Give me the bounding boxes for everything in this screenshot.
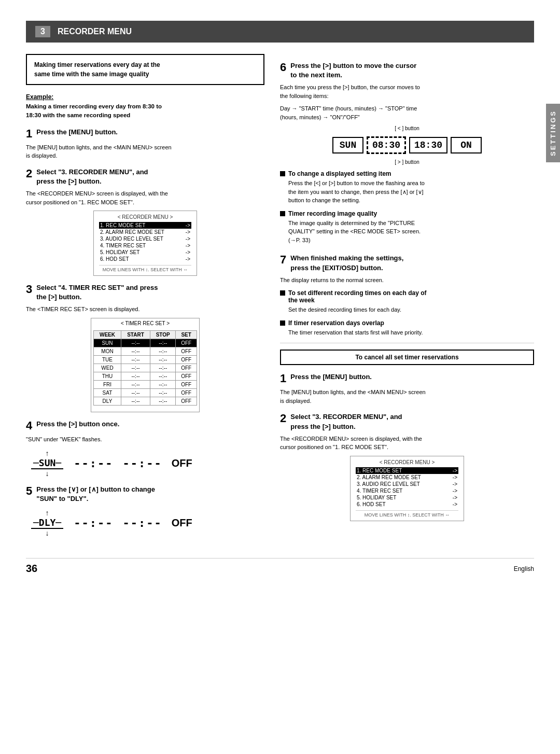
section1-sq <box>280 171 285 176</box>
menu2-item-6: 6. HOD SET-> <box>356 501 458 508</box>
display-time2: 18:30 <box>409 137 447 153</box>
timer-row-dly: DLY--:----:--OFF <box>94 397 197 405</box>
timer-row-sun: SUN--:----:--OFF <box>94 339 197 347</box>
timer-table-wrap: < TIMER REC SET > WEEK START STOP SET SU… <box>91 318 200 412</box>
step5-heading: 5 Press the [∨] or [∧] button to change"… <box>26 485 264 504</box>
section3-marker: To set different recording times on each… <box>280 289 534 314</box>
section1-title: To change a displayed setting item <box>288 170 425 177</box>
display-sun: SUN <box>332 137 363 153</box>
menu1-item-3: 3. AUDIO REC LEVEL SET-> <box>99 235 191 242</box>
display-dash2: --:-- <box>122 457 162 470</box>
section4-title: If timer reservation days overlap <box>288 319 423 327</box>
step6-display-area: [ < ] button SUN 08:30 18:30 ON [ > ] bu… <box>280 125 534 165</box>
display-dash4: --:-- <box>122 516 162 529</box>
menu1-item-4: 4. TIMER REC SET-> <box>99 242 191 249</box>
dly-arrows: ↑ ─DLY─ ↓ <box>31 509 63 537</box>
section3-body: Set the desired recording times for each… <box>288 305 427 314</box>
display-on: ON <box>451 137 482 153</box>
highlight-line1: Making timer reservations every day at t… <box>34 61 160 68</box>
menu2-item-1: 1. REC MODE SET-> <box>356 467 458 474</box>
display-dash3: --:-- <box>74 516 113 529</box>
menu2-footer: MOVE LINES WITH ↕. SELECT WITH ↔ <box>356 510 458 518</box>
section3-title: To set different recording times on each… <box>288 289 427 304</box>
example-block: Example: Making a timer recording every … <box>26 93 264 120</box>
step2-body: The <RECORDER MENU> screen is displayed,… <box>26 189 264 206</box>
timer-table: WEEK START STOP SET SUN--:----:--OFF MON… <box>93 330 197 406</box>
step7-heading: 7 When finished making the settings,pres… <box>280 254 534 272</box>
section4-sq <box>280 320 285 326</box>
step6-body2: Day → "START" time (hours, minutes) → "S… <box>280 104 534 121</box>
section1-body: Press the [<] or [>] button to move the … <box>288 179 425 205</box>
step2b-num: 2 <box>280 412 286 425</box>
timer-table-header: WEEK START STOP SET <box>94 330 197 339</box>
display-dash1: --:-- <box>74 457 113 470</box>
timer-row-thu: THU--:----:--OFF <box>94 372 197 380</box>
main-content: Making timer reservations every day at t… <box>26 54 534 542</box>
col-start: START <box>121 330 150 339</box>
step1b-title: Press the [MENU] button. <box>290 372 372 382</box>
step1-title: Press the [MENU] button. <box>36 128 118 137</box>
step1-body: The [MENU] button lights, and the <MAIN … <box>26 143 264 160</box>
section2-sq <box>280 211 285 216</box>
step4-heading: 4 Press the [>] button once. <box>26 420 264 432</box>
step1b-body: The [MENU] button lights, and the <MAIN … <box>280 388 534 405</box>
menu1-title: < RECORDER MENU > <box>99 214 191 220</box>
right-column: 6 Press the [>] button to move the curso… <box>280 54 534 542</box>
step5-num: 5 <box>26 485 32 497</box>
page-footer: 36 English <box>26 558 534 575</box>
menu1-item-6: 6. HOD SET-> <box>99 256 191 262</box>
menu1-item-2: 2. ALARM REC MODE SET-> <box>99 229 191 235</box>
example-text: Making a timer recording every day from … <box>26 102 264 120</box>
section2-body: The image quality is determined by the "… <box>288 219 421 245</box>
cancel-box-text: To cancel all set timer reservations <box>355 354 458 361</box>
timer-row-mon: MON--:----:--OFF <box>94 347 197 355</box>
timer-row-sat: SAT--:----:--OFF <box>94 388 197 397</box>
step6-display-row: SUN 08:30 18:30 ON <box>280 136 534 154</box>
menu2-title: < RECORDER MENU > <box>356 459 458 465</box>
menu1-item-5: 5. HOLIDAY SET-> <box>99 249 191 256</box>
step7-num: 7 <box>280 254 286 266</box>
col-set: SET <box>176 330 197 339</box>
menu2-item-5: 5. HOLIDAY SET-> <box>356 494 458 501</box>
header-title: RECORDER MENU <box>58 27 132 36</box>
step6-body1: Each time you press the [>] button, the … <box>280 83 534 100</box>
left-column: Making timer reservations every day at t… <box>26 54 264 542</box>
menu1-footer: MOVE LINES WITH ↕. SELECT WITH ↔ <box>99 265 191 272</box>
step4-body: "SUN" under "WEEK" flashes. <box>26 435 264 444</box>
display-time1: 08:30 <box>367 136 406 154</box>
step3-title: Select "4. TIMER REC SET" and pressthe [… <box>36 283 158 302</box>
header-num: 3 <box>35 26 50 37</box>
menu1-item-1: 1. REC MODE SET-> <box>99 222 191 229</box>
step3-body: The <TIMER REC SET> screen is displayed. <box>26 305 264 314</box>
step2-heading: 2 Select "3. RECORDER MENU", andpress th… <box>26 167 264 186</box>
step2b-body: The <RECORDER MENU> screen is displayed,… <box>280 435 534 452</box>
page-number: 36 <box>26 563 37 575</box>
step3-num: 3 <box>26 283 32 296</box>
step6-heading: 6 Press the [>] button to move the curso… <box>280 61 534 80</box>
menu2-item-4: 4. TIMER REC SET-> <box>356 487 458 494</box>
step1-num: 1 <box>26 128 32 140</box>
menu-box-2: < RECORDER MENU > 1. REC MODE SET-> 2. A… <box>350 456 464 521</box>
step2b-heading: 2 Select "3. RECORDER MENU", andpress th… <box>280 412 534 431</box>
divider <box>280 343 534 343</box>
highlight-box: Making timer reservations every day at t… <box>26 54 264 85</box>
step1-heading: 1 Press the [MENU] button. <box>26 128 264 140</box>
section2-marker: Timer recording image quality The image … <box>280 210 534 245</box>
step5-display: ↑ ─DLY─ ↓ --:-- --:-- OFF <box>31 509 264 537</box>
step5-title: Press the [∨] or [∧] button to change"SU… <box>36 485 155 504</box>
menu-box-1: < RECORDER MENU > 1. REC MODE SET-> 2. A… <box>93 211 197 276</box>
highlight-line2: same time with the same image quality <box>34 71 149 78</box>
section3-sq <box>280 290 285 296</box>
menu2-item-3: 3. AUDIO REC LEVEL SET-> <box>356 481 458 487</box>
step1b-num: 1 <box>280 372 286 385</box>
timer-table-title: < TIMER REC SET > <box>93 320 197 326</box>
sun-arrows: ↑ ─SUN─ ↓ <box>31 449 63 478</box>
display-off1: OFF <box>172 457 192 469</box>
step4-title: Press the [>] button once. <box>36 420 119 429</box>
step6-num: 6 <box>280 61 286 74</box>
step7-title: When finished making the settings,press … <box>290 254 403 272</box>
section1-marker: To change a displayed setting item Press… <box>280 170 534 205</box>
timer-row-tue: TUE--:----:--OFF <box>94 355 197 364</box>
col-stop: STOP <box>150 330 176 339</box>
display-dly-item: ↑ ─DLY─ ↓ <box>31 509 64 537</box>
